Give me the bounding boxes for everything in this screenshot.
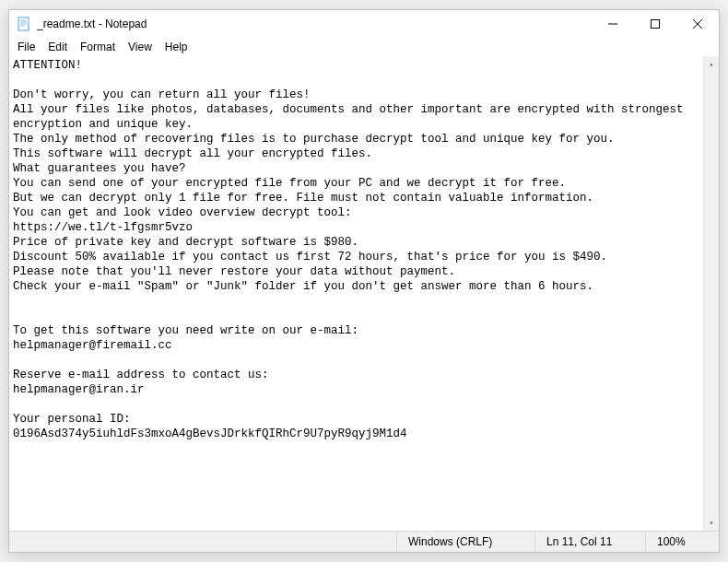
text-content: ATTENTION! Don't worry, you can return a… (13, 59, 690, 440)
scroll-up-icon[interactable]: ▴ (704, 56, 720, 72)
menu-view[interactable]: View (122, 40, 159, 54)
notepad-icon (17, 17, 31, 31)
window-title: _readme.txt - Notepad (37, 18, 147, 30)
menu-file[interactable]: File (11, 40, 41, 54)
close-button[interactable] (676, 10, 719, 38)
menu-help[interactable]: Help (159, 40, 194, 54)
text-area[interactable]: ATTENTION! Don't worry, you can return a… (9, 56, 719, 531)
title-left: _readme.txt - Notepad (9, 17, 147, 31)
minimize-button[interactable] (592, 10, 634, 38)
status-encoding: Windows (CRLF) (396, 532, 534, 552)
menu-format[interactable]: Format (74, 40, 122, 54)
statusbar: Windows (CRLF) Ln 11, Col 11 100% (9, 531, 719, 552)
vertical-scrollbar[interactable]: ▴ ▾ (703, 56, 719, 531)
status-position: Ln 11, Col 11 (534, 532, 645, 552)
window-controls (592, 10, 719, 37)
menu-edit[interactable]: Edit (41, 40, 74, 54)
titlebar: _readme.txt - Notepad (9, 10, 719, 38)
svg-rect-6 (652, 20, 660, 29)
maximize-button[interactable] (634, 10, 676, 38)
scroll-down-icon[interactable]: ▾ (704, 515, 720, 531)
notepad-window: _readme.txt - Notepad File Edit Format V… (8, 9, 720, 553)
status-zoom: 100% (645, 532, 719, 552)
menubar: File Edit Format View Help (9, 38, 719, 56)
